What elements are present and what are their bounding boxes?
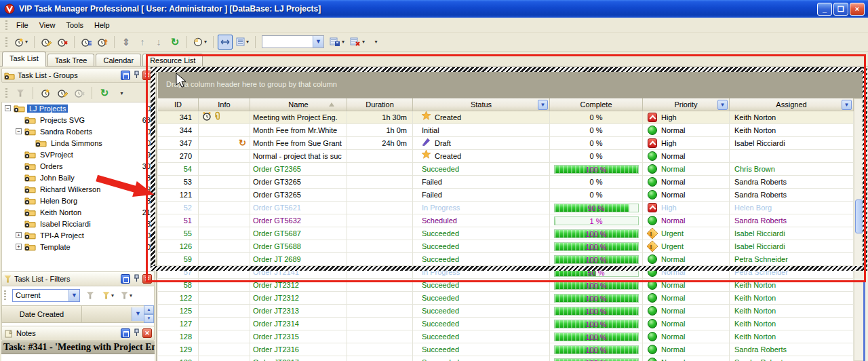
date-created-row[interactable]: Date Created ▼ ▲ ▼ xyxy=(1,305,155,323)
task-report-button[interactable] xyxy=(95,35,110,50)
new-task-button[interactable]: ▾ xyxy=(12,35,30,50)
tree-item-svproject[interactable]: SVProject9 xyxy=(2,149,154,160)
clear-layout-button[interactable]: ▾ xyxy=(348,35,367,50)
tree-item-john-baily[interactable]: John Baily8 xyxy=(2,172,154,183)
minimize-button[interactable]: _ xyxy=(817,3,832,16)
task-list-button[interactable] xyxy=(79,35,94,50)
notes-pin-button[interactable] xyxy=(132,328,141,338)
groups-delete-button[interactable] xyxy=(72,86,87,100)
fit-columns-toggle[interactable] xyxy=(218,35,233,50)
tree-item-richard-wilkerson[interactable]: Richard Wilkerson9 xyxy=(2,183,154,195)
toolbar-filter-combo[interactable]: ▼ xyxy=(262,35,324,48)
cell-info xyxy=(199,343,250,356)
spinner-down-button[interactable]: ▼ xyxy=(144,314,154,323)
app-logo-icon xyxy=(4,3,15,14)
cell-info xyxy=(199,292,250,305)
date-combo-arrow-icon[interactable]: ▼ xyxy=(132,307,144,321)
notes-close-button[interactable]: ✕ xyxy=(142,328,152,338)
save-layout-dropdown-icon[interactable]: ▾ xyxy=(342,39,344,45)
groups-edit-button[interactable] xyxy=(55,86,70,100)
groups-add-button[interactable] xyxy=(38,86,53,100)
tree-item-orders[interactable]: Orders30 xyxy=(2,160,154,172)
time-tracking-button[interactable]: ▾ xyxy=(191,35,209,50)
tree-item-label: Template xyxy=(38,243,73,251)
tree-expander[interactable]: − xyxy=(16,128,22,134)
time-dropdown-icon[interactable]: ▾ xyxy=(204,39,207,45)
groups-filter-button[interactable] xyxy=(13,86,28,100)
menu-view[interactable]: View xyxy=(34,20,61,31)
task-row[interactable]: 129Order JT2316Succeeded100 %NormalSandr… xyxy=(158,343,854,356)
progress-bar: 100 % xyxy=(554,345,639,354)
save-filter-button[interactable]: ▾ xyxy=(100,288,116,303)
move-up-button[interactable]: ↑ xyxy=(135,35,150,50)
tree-item-label: LJ Projects xyxy=(27,104,68,113)
filter-preset-combo[interactable]: Current ▼ xyxy=(12,289,80,302)
menu-help[interactable]: Help xyxy=(89,20,115,31)
filter-combo-arrow-icon[interactable]: ▼ xyxy=(68,290,79,301)
menu-file[interactable]: File xyxy=(11,20,34,31)
progress-bar: 100 % xyxy=(554,294,639,303)
task-row[interactable]: 125Order JT2313Succeeded100 %NormalKeith… xyxy=(158,305,854,318)
tree-item-projects-svg[interactable]: Projects SVG68 xyxy=(2,114,154,126)
tree-item-linda-simmons[interactable]: Linda Simmons0 xyxy=(2,137,154,149)
tab-task-tree[interactable]: Task Tree xyxy=(47,54,95,66)
view-dropdown-icon[interactable]: ▾ xyxy=(246,39,249,45)
tree-expander[interactable]: + xyxy=(16,232,22,238)
clear-layout-dropdown-icon[interactable]: ▾ xyxy=(362,39,365,45)
date-created-combo[interactable]: ▼ xyxy=(82,306,144,322)
task-row[interactable]: 130Order JT2317Succeeded100 %NormalSandr… xyxy=(158,356,854,361)
progress-label: 100 % xyxy=(555,346,638,354)
tree-item-sandra-roberts[interactable]: −Sandra Roberts0 xyxy=(2,126,154,137)
toolbar-overflow-button[interactable]: ▾ xyxy=(368,35,383,50)
tree-item-keith-norton[interactable]: Keith Norton21 xyxy=(2,206,154,218)
folder-clock-icon xyxy=(24,185,36,193)
filters-pin-button[interactable] xyxy=(132,274,141,284)
tree-item-isabel-ricciardi[interactable]: Isabel Ricciardi3 xyxy=(2,218,154,229)
close-button[interactable]: × xyxy=(850,3,865,16)
move-down-button[interactable]: ↓ xyxy=(151,35,166,50)
tree-expander[interactable]: + xyxy=(16,244,22,250)
main-toolbar: ▾ ⇕ ↑ ↓ ↻ ▾ ▾ xyxy=(0,33,868,52)
groups-pin-button[interactable] xyxy=(132,71,141,80)
edit-task-button[interactable] xyxy=(39,35,54,50)
cell-info xyxy=(199,356,250,361)
date-created-label[interactable]: Date Created xyxy=(2,306,82,322)
tab-calendar[interactable]: Calendar xyxy=(96,54,141,66)
save-layout-button[interactable]: ▾ xyxy=(328,35,347,50)
filters-panel-icon xyxy=(4,276,12,283)
priority-normal-icon xyxy=(648,358,657,361)
tree-expander[interactable]: − xyxy=(5,105,11,111)
status-label: Succeeded xyxy=(422,292,459,304)
menu-tools[interactable]: Tools xyxy=(60,20,89,31)
cell-duration xyxy=(347,318,413,330)
task-row[interactable]: 128Order JT2315Succeeded100 %NormalKeith… xyxy=(158,330,854,343)
delete-task-button[interactable] xyxy=(55,35,70,50)
cell-name: Order JT2317 xyxy=(250,356,347,361)
progress-bar: 100 % xyxy=(554,320,639,328)
notes-restore-button[interactable] xyxy=(121,328,130,338)
move-top-button[interactable]: ⇕ xyxy=(119,35,134,50)
view-options-button[interactable]: ▾ xyxy=(234,35,251,50)
tree-item-helen-borg[interactable]: Helen Borg8 xyxy=(2,195,154,206)
task-row[interactable]: 122Order JT2312Succeeded100 %NormalKeith… xyxy=(158,292,854,305)
groups-refresh-button[interactable]: ↻ xyxy=(97,86,112,100)
new-task-dropdown-icon[interactable]: ▾ xyxy=(25,39,28,45)
groups-restore-button[interactable] xyxy=(121,71,130,80)
tree-item-template[interactable]: +Template0 xyxy=(2,241,154,252)
clear-filter-button[interactable]: ▾ xyxy=(119,288,134,303)
refresh-button[interactable]: ↻ xyxy=(167,35,182,50)
priority-normal-icon xyxy=(648,332,657,341)
progress-label: 100 % xyxy=(555,359,638,361)
groups-overflow-button[interactable]: ▾ xyxy=(114,86,129,100)
maximize-button[interactable]: ❏ xyxy=(833,3,848,16)
tree-item-tpi-a-project[interactable]: +TPI-A Project0 xyxy=(2,229,154,241)
task-row[interactable]: 127Order JT2314Succeeded100 %NormalKeith… xyxy=(158,318,854,330)
filters-restore-button[interactable] xyxy=(121,274,130,284)
tab-task-list[interactable]: Task List xyxy=(2,52,46,66)
pin-icon xyxy=(133,274,140,282)
toolbar-combo-arrow-icon[interactable]: ▼ xyxy=(313,36,323,48)
spinner-up-button[interactable]: ▲ xyxy=(144,305,154,314)
apply-filter-button[interactable] xyxy=(83,288,98,303)
tree-item-lj-projects[interactable]: −LJ Projects0 xyxy=(2,102,154,114)
cell-assigned: Keith Norton xyxy=(730,318,854,330)
